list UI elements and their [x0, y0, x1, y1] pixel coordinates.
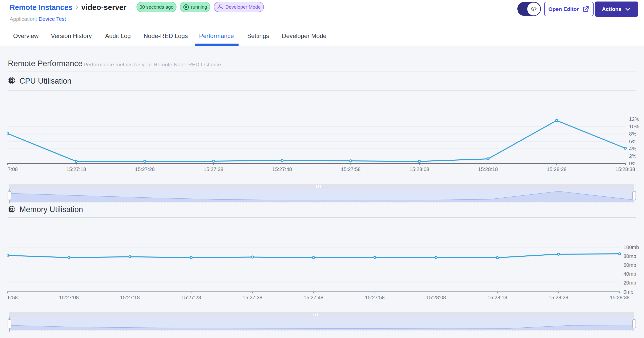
svg-text:15:28:28: 15:28:28: [549, 295, 568, 300]
svg-text:40mb: 40mb: [623, 271, 636, 277]
svg-text:100mb: 100mb: [623, 245, 639, 250]
svg-text:15:27:48: 15:27:48: [304, 295, 323, 300]
svg-text:15:28:38: 15:28:38: [610, 295, 630, 300]
svg-text:15:27:58: 15:27:58: [341, 166, 361, 172]
svg-text:10%: 10%: [629, 124, 639, 129]
svg-text:15:27:28: 15:27:28: [135, 166, 155, 172]
svg-text:15:27:18: 15:27:18: [120, 295, 140, 300]
svg-text:15:27:08: 15:27:08: [59, 295, 79, 300]
svg-text:15:28:38: 15:28:38: [615, 166, 635, 172]
svg-text:0mb: 0mb: [623, 289, 633, 295]
svg-text:12%: 12%: [629, 116, 639, 122]
svg-text:15:28:08: 15:28:08: [409, 166, 429, 172]
svg-text:8%: 8%: [629, 131, 636, 137]
svg-text:60mb: 60mb: [623, 262, 636, 268]
svg-text:6:58: 6:58: [8, 295, 18, 300]
svg-text:15:27:48: 15:27:48: [272, 166, 292, 172]
svg-text:80mb: 80mb: [623, 253, 636, 259]
svg-text:15:28:08: 15:28:08: [426, 295, 446, 300]
svg-text:2%: 2%: [629, 153, 636, 159]
svg-text:15:27:28: 15:27:28: [181, 295, 201, 300]
svg-text:15:27:38: 15:27:38: [204, 166, 223, 172]
svg-text:15:27:18: 15:27:18: [66, 166, 86, 172]
svg-text:15:28:18: 15:28:18: [478, 166, 498, 172]
svg-text:15:28:28: 15:28:28: [547, 166, 567, 172]
svg-text:20mb: 20mb: [623, 280, 636, 286]
svg-text:6%: 6%: [629, 139, 636, 144]
svg-text:15:28:18: 15:28:18: [487, 295, 507, 300]
svg-text:4%: 4%: [629, 146, 636, 152]
svg-text:7:08: 7:08: [8, 166, 18, 172]
svg-text:15:27:38: 15:27:38: [243, 295, 262, 300]
svg-text:0%: 0%: [629, 161, 636, 166]
svg-text:15:27:58: 15:27:58: [365, 295, 385, 300]
